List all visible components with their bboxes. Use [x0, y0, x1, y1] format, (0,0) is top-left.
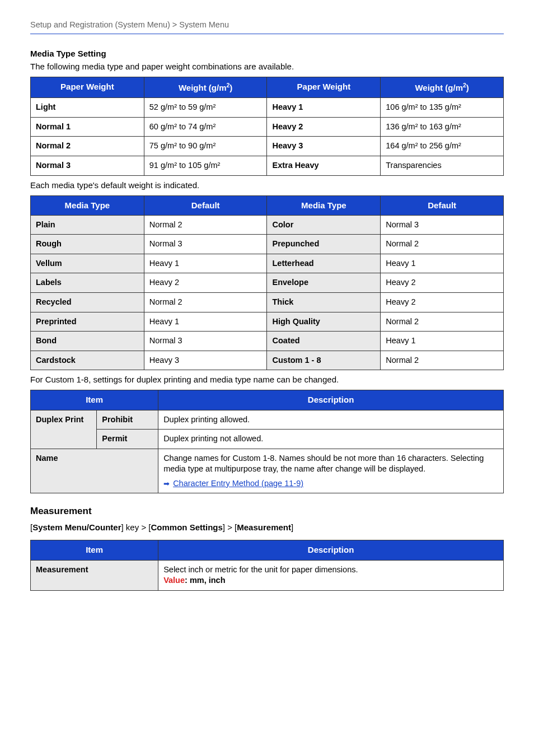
cell-value: Heavy 2: [381, 273, 504, 293]
cell-label: Normal 1: [31, 117, 144, 137]
cell-value: Normal 2: [144, 293, 267, 312]
duplex-print-label: Duplex Print: [31, 410, 97, 449]
table-row: RecycledNormal 2ThickHeavy 2: [31, 293, 504, 312]
cell-value: Heavy 2: [381, 293, 504, 312]
col-default-1: Default: [144, 195, 267, 215]
cell-label: Envelope: [267, 273, 381, 293]
breadcrumb: Setup and Registration (System Menu) > S…: [30, 20, 504, 34]
col-item: Item: [31, 540, 158, 560]
permit-label: Permit: [97, 430, 158, 449]
character-entry-link[interactable]: Character Entry Method (page 11-9): [173, 479, 303, 488]
cell-value: Heavy 1: [144, 254, 267, 273]
col-paper-weight-2: Paper Weight: [267, 77, 381, 98]
col-paper-weight-1: Paper Weight: [31, 77, 144, 98]
cell-label: Light: [31, 98, 144, 118]
cell-label: Plain: [31, 215, 144, 235]
value-value: mm, inch: [190, 576, 226, 585]
table-row: VellumHeavy 1LetterheadHeavy 1: [31, 254, 504, 273]
col-item: Item: [31, 390, 158, 410]
cell-value: Normal 2: [381, 312, 504, 332]
prohibit-label: Prohibit: [97, 410, 158, 430]
cell-value: 91 g/m² to 105 g/m²: [144, 156, 267, 175]
col-default-2: Default: [381, 195, 504, 215]
col-weight-gm2-1: Weight (g/m2): [144, 77, 267, 98]
cell-label: Rough: [31, 235, 144, 254]
cell-value: Heavy 1: [381, 332, 504, 351]
table-row: BondNormal 3CoatedHeavy 1: [31, 332, 504, 351]
cell-label: Prepunched: [267, 235, 381, 254]
cell-label: Bond: [31, 332, 144, 351]
measurement-desc: Select inch or metric for the unit for p…: [163, 565, 358, 574]
table-row: Normal 2 75 g/m² to 90 g/m² Heavy 3 164 …: [31, 137, 504, 156]
cell-label: Custom 1 - 8: [267, 351, 381, 370]
cell-label: Heavy 2: [267, 117, 381, 137]
cell-value: Heavy 1: [381, 254, 504, 273]
cell-label: Heavy 3: [267, 137, 381, 156]
col-description: Description: [158, 540, 504, 560]
cell-label: Labels: [31, 273, 144, 293]
cell-label: Cardstock: [31, 351, 144, 370]
table-row: Measurement Select inch or metric for th…: [31, 560, 504, 590]
cell-value: Normal 2: [381, 351, 504, 370]
cell-label: High Quality: [267, 312, 381, 332]
col-media-type-1: Media Type: [31, 195, 144, 215]
custom-intro: For Custom 1-8, settings for duplex prin…: [30, 375, 504, 384]
cell-value: 60 g/m² to 74 g/m²: [144, 117, 267, 137]
name-label: Name: [31, 449, 158, 493]
menu-path: [System Menu/Counter] key > [Common Sett…: [30, 522, 504, 532]
cell-value: Transparencies: [381, 156, 504, 175]
permit-desc: Duplex printing not allowed.: [158, 430, 504, 449]
cell-value: 164 g/m² to 256 g/m²: [381, 137, 504, 156]
cell-label: Color: [267, 215, 381, 235]
cell-value: Heavy 2: [144, 273, 267, 293]
media-type-default-table: Media Type Default Media Type Default Pl…: [30, 195, 504, 371]
prohibit-desc: Duplex printing allowed.: [158, 410, 504, 430]
arrow-icon: ➡: [163, 479, 170, 488]
cell-value: 106 g/m² to 135 g/m²: [381, 98, 504, 118]
table-row: RoughNormal 3PrepunchedNormal 2: [31, 235, 504, 254]
measurement-item: Measurement: [31, 560, 158, 590]
cell-label: Vellum: [31, 254, 144, 273]
cell-label: Recycled: [31, 293, 144, 312]
cell-label: Letterhead: [267, 254, 381, 273]
table-row: Normal 3 91 g/m² to 105 g/m² Extra Heavy…: [31, 156, 504, 175]
name-desc-cell: Change names for Custom 1-8. Names shoul…: [158, 449, 504, 493]
cell-value: Normal 3: [144, 235, 267, 254]
cell-value: 136 g/m² to 163 g/m²: [381, 117, 504, 137]
paper-weight-table: Paper Weight Weight (g/m2) Paper Weight …: [30, 77, 504, 176]
cell-label: Normal 3: [31, 156, 144, 175]
cell-value: 52 g/m² to 59 g/m²: [144, 98, 267, 118]
table-row: Normal 1 60 g/m² to 74 g/m² Heavy 2 136 …: [31, 117, 504, 137]
table-row: LabelsHeavy 2EnvelopeHeavy 2: [31, 273, 504, 293]
table-row: Light 52 g/m² to 59 g/m² Heavy 1 106 g/m…: [31, 98, 504, 118]
cell-label: Extra Heavy: [267, 156, 381, 175]
cell-value: Normal 2: [381, 235, 504, 254]
default-weight-intro: Each media type's default weight is indi…: [30, 180, 504, 190]
table-row: Duplex Print Prohibit Duplex printing al…: [31, 410, 504, 430]
media-type-intro: The following media type and paper weigh…: [30, 62, 504, 71]
value-label: Value: [163, 576, 185, 585]
cell-value: Normal 3: [381, 215, 504, 235]
col-description: Description: [158, 390, 504, 410]
table-row: Permit Duplex printing not allowed.: [31, 430, 504, 449]
table-row: PreprintedHeavy 1High QualityNormal 2: [31, 312, 504, 332]
cell-label: Coated: [267, 332, 381, 351]
measurement-desc-cell: Select inch or metric for the unit for p…: [158, 560, 504, 590]
custom-settings-table: Item Description Duplex Print Prohibit D…: [30, 390, 504, 493]
cell-value: 75 g/m² to 90 g/m²: [144, 137, 267, 156]
cell-label: Preprinted: [31, 312, 144, 332]
cell-label: Normal 2: [31, 137, 144, 156]
name-desc: Change names for Custom 1-8. Names shoul…: [163, 454, 484, 474]
col-media-type-2: Media Type: [267, 195, 381, 215]
table-row: PlainNormal 2ColorNormal 3: [31, 215, 504, 235]
cell-value: Heavy 3: [144, 351, 267, 370]
table-row: Name Change names for Custom 1-8. Names …: [31, 449, 504, 493]
measurement-heading: Measurement: [30, 506, 504, 517]
value-sep: :: [185, 576, 190, 585]
cell-value: Normal 3: [144, 332, 267, 351]
cell-label: Heavy 1: [267, 98, 381, 118]
cell-value: Heavy 1: [144, 312, 267, 332]
col-weight-gm2-2: Weight (g/m2): [381, 77, 504, 98]
cell-value: Normal 2: [144, 215, 267, 235]
media-type-setting-heading: Media Type Setting: [30, 49, 504, 58]
